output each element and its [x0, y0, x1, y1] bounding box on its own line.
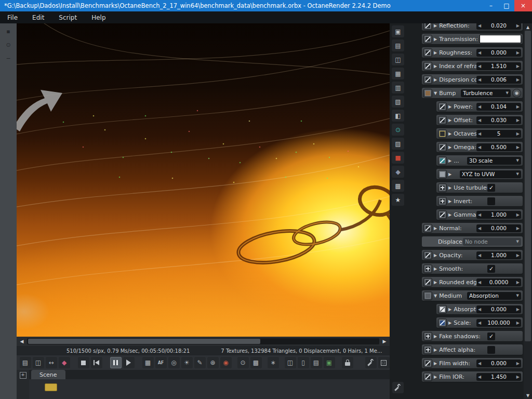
expand-arrow-icon[interactable]: ▶ — [434, 50, 437, 55]
increment-icon[interactable]: ▶ — [515, 64, 521, 69]
picture-icon[interactable]: ▨ — [392, 138, 404, 150]
lock-resolution-icon[interactable] — [342, 357, 353, 368]
material-picker-icon[interactable]: ✎ — [194, 357, 206, 368]
expand-arrow-icon[interactable]: ▶ — [434, 348, 437, 352]
resume-render-button[interactable] — [123, 357, 135, 368]
reflection-spinner[interactable]: ◀0.020▶ — [476, 23, 521, 30]
scroll-down-icon[interactable]: ▼ — [526, 392, 529, 399]
decrement-icon[interactable]: ◀ — [476, 64, 483, 69]
save-image-icon[interactable]: ▤ — [20, 357, 31, 368]
film-ior-spinner[interactable]: ◀1.450▶ — [476, 373, 521, 381]
omega-node-type-icon[interactable] — [438, 143, 447, 152]
copy-render-icon[interactable]: ◫ — [285, 357, 296, 368]
increment-icon[interactable]: ▶ — [515, 307, 521, 312]
tab-scene[interactable]: Scene — [31, 370, 65, 379]
decrement-icon[interactable]: ◀ — [476, 104, 483, 109]
medium-node-type-icon[interactable] — [423, 291, 432, 300]
scale-node-type-icon[interactable] — [438, 318, 447, 327]
scale-spinner[interactable]: ◀100.000▶ — [476, 319, 521, 327]
scene-node[interactable] — [45, 383, 57, 391]
decrement-icon[interactable]: ◀ — [476, 50, 483, 55]
restart-render-button[interactable] — [91, 357, 102, 368]
expand-arrow-icon[interactable]: ▶ — [434, 226, 437, 231]
expand-arrow-icon[interactable]: ▶ — [434, 64, 437, 69]
decrement-icon[interactable]: ◀ — [476, 361, 483, 366]
expand-arrow-icon[interactable]: ▶ — [434, 334, 437, 339]
pause-render-button[interactable] — [110, 357, 122, 368]
expand-arrow-icon[interactable]: ▶ — [448, 185, 451, 190]
expand-arrow-icon[interactable]: ▶ — [448, 118, 451, 123]
invert-node-type-icon[interactable] — [438, 197, 447, 206]
camera-picker-icon[interactable]: ◉ — [220, 357, 232, 368]
affect-alpha-checkbox[interactable] — [487, 346, 495, 354]
offset-node-type-icon[interactable] — [438, 116, 447, 125]
inspector-scroll-thumb[interactable] — [525, 31, 531, 341]
absorption-node-type-icon[interactable] — [438, 305, 447, 314]
use-turbulence-checkbox[interactable]: ✓ — [487, 184, 495, 192]
index-of-refraction-node-type-icon[interactable] — [423, 62, 432, 71]
opacity-spinner[interactable]: ◀1.000▶ — [476, 251, 521, 259]
settings-wrench-icon[interactable] — [365, 357, 377, 368]
film-width-spinner[interactable]: ◀0.000▶ — [476, 360, 521, 367]
opacity-node-type-icon[interactable] — [423, 251, 432, 260]
fake-shadows-node-type-icon[interactable] — [423, 332, 432, 341]
camera-export-icon[interactable]: ▣ — [324, 357, 335, 368]
expand-arrow-icon[interactable]: ▶ — [434, 77, 437, 82]
expand-arrow-icon[interactable]: ▶ — [448, 158, 451, 163]
decrement-icon[interactable]: ◀ — [476, 77, 483, 82]
offset-spinner[interactable]: ◀0.030▶ — [476, 116, 521, 124]
octaves-spinner[interactable]: ◀5▶ — [476, 130, 521, 138]
maximize-button[interactable]: □ — [499, 0, 514, 11]
expand-arrow-icon[interactable]: ▶ — [448, 104, 451, 109]
expand-arrow-icon[interactable]: ▶ — [434, 23, 437, 28]
scroll-up-icon[interactable]: ▲ — [526, 23, 529, 31]
invert-checkbox[interactable] — [487, 197, 495, 205]
increment-icon[interactable]: ▶ — [515, 118, 521, 123]
inspector-scrollbar[interactable]: ▲ ▼ — [524, 23, 532, 399]
scroll-track[interactable] — [27, 338, 379, 344]
layers-icon[interactable]: ▤ — [392, 39, 404, 51]
autofocus-icon[interactable]: AF — [155, 357, 167, 368]
power-node-type-icon[interactable] — [438, 102, 447, 111]
viewport-logo-icon[interactable]: ◆ — [59, 357, 70, 368]
decrement-icon[interactable]: ◀ — [476, 253, 483, 258]
film-ior-node-type-icon[interactable] — [423, 373, 432, 381]
copy-image-icon[interactable]: ◫ — [33, 357, 44, 368]
scroll-right-icon[interactable]: ▶ — [380, 339, 389, 344]
duplicate-icon[interactable]: ◫ — [392, 54, 404, 65]
scroll-left-icon[interactable]: ◀ — [18, 339, 26, 344]
bump-dropdown[interactable]: Turbulence▼ — [461, 89, 511, 97]
smooth-node-type-icon[interactable] — [423, 264, 432, 273]
zoom-icon[interactable]: ⊙ — [237, 357, 249, 368]
denoise-icon[interactable]: ∗ — [268, 357, 279, 368]
collapse-strip-icon[interactable]: − — [4, 55, 12, 62]
inspector-scroll-track[interactable] — [524, 31, 532, 392]
menu-script[interactable]: Script — [51, 11, 84, 23]
increment-icon[interactable]: ▶ — [515, 375, 521, 379]
power-spinner[interactable]: ◀0.104▶ — [476, 103, 521, 111]
projection-dropdown[interactable]: XYZ to UVW▼ — [460, 170, 521, 178]
projection-node-type-icon[interactable] — [438, 170, 447, 179]
rounded-edges-spinner[interactable]: ◀0.0000▶ — [476, 278, 521, 286]
increment-icon[interactable]: ▶ — [515, 361, 521, 366]
gamma-node-type-icon[interactable] — [438, 210, 447, 219]
octaves-node-type-icon[interactable] — [438, 129, 447, 138]
affect-alpha-node-type-icon[interactable] — [423, 345, 432, 354]
increment-icon[interactable]: ▶ — [515, 104, 521, 109]
expand-arrow-icon[interactable]: ▶ — [448, 145, 451, 150]
object-picker-icon[interactable]: ⊕ — [207, 357, 219, 368]
checker-background-icon[interactable]: ▩ — [250, 357, 262, 368]
node-cube-icon[interactable]: ◆ — [392, 166, 404, 178]
fake-shadows-checkbox[interactable]: ✓ — [487, 332, 495, 340]
film-settings-icon[interactable]: ▥ — [392, 82, 404, 94]
region-render-icon[interactable]: ▦ — [142, 357, 154, 368]
viewport-scrollbar[interactable]: ◀ ▶ — [17, 337, 390, 346]
nodegraph-canvas[interactable] — [29, 379, 390, 399]
collapse-arrow-icon[interactable]: ▼ — [434, 91, 437, 96]
menu-help[interactable]: Help — [84, 11, 113, 23]
increment-icon[interactable]: ▶ — [515, 145, 521, 150]
increment-icon[interactable]: ▶ — [515, 131, 521, 136]
collapse-arrow-icon[interactable]: ▼ — [434, 294, 437, 298]
expand-arrow-icon[interactable]: ▶ — [448, 212, 451, 217]
roughness-spinner[interactable]: ◀0.000▶ — [476, 49, 521, 57]
